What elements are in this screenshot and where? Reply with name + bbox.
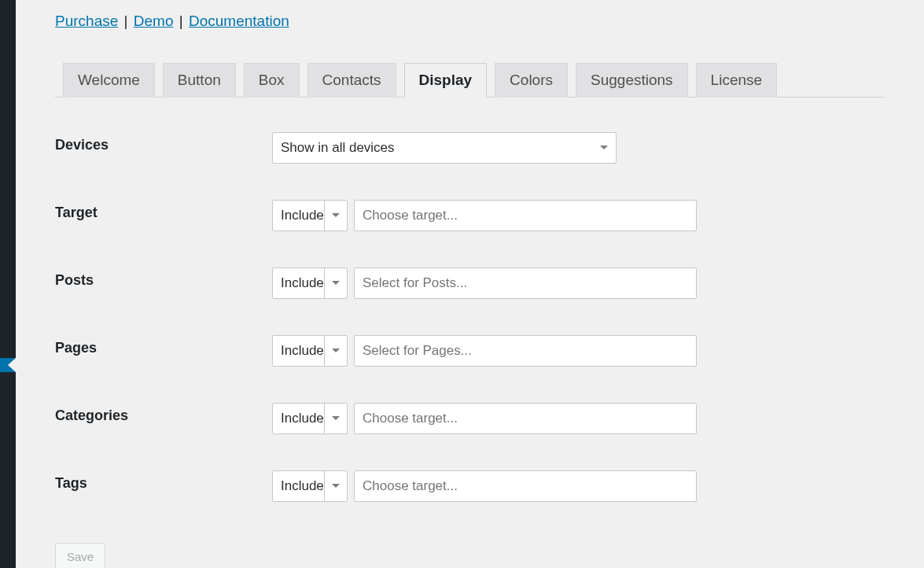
- tab-display[interactable]: Display: [404, 63, 488, 98]
- row-target: Target Include: [55, 200, 885, 231]
- pages-input[interactable]: [354, 335, 697, 367]
- devices-select[interactable]: Show in all devices: [272, 132, 617, 164]
- pages-include-value: Include: [281, 343, 324, 359]
- tags-include-select[interactable]: Include: [272, 470, 348, 502]
- pages-include-select[interactable]: Include: [272, 335, 348, 367]
- row-devices: Devices Show in all devices: [55, 132, 885, 164]
- chevron-down-icon: [324, 268, 347, 298]
- target-include-select[interactable]: Include: [272, 200, 348, 231]
- tab-suggestions[interactable]: Suggestions: [576, 63, 688, 98]
- categories-include-value: Include: [281, 411, 324, 426]
- admin-sidebar: [0, 0, 16, 568]
- purchase-link[interactable]: Purchase: [55, 13, 118, 29]
- posts-input[interactable]: [354, 267, 697, 299]
- chevron-down-icon: [592, 133, 616, 163]
- chevron-down-icon: [324, 471, 347, 501]
- devices-label: Devices: [55, 132, 272, 153]
- row-tags: Tags Include: [55, 470, 885, 502]
- separator: |: [118, 13, 134, 29]
- tab-button[interactable]: Button: [163, 63, 236, 98]
- tab-bar: Welcome Button Box Contacts Display Colo…: [55, 62, 885, 98]
- tab-welcome[interactable]: Welcome: [63, 63, 155, 98]
- content-area: Purchase | Demo | Documentation Welcome …: [16, 0, 924, 568]
- documentation-link[interactable]: Documentation: [189, 13, 289, 29]
- row-categories: Categories Include: [55, 403, 885, 434]
- tags-label: Tags: [55, 470, 272, 492]
- chevron-down-icon: [324, 201, 347, 231]
- demo-link[interactable]: Demo: [134, 13, 174, 29]
- target-include-value: Include: [281, 208, 324, 223]
- devices-select-value: Show in all devices: [281, 140, 395, 156]
- tags-input[interactable]: [354, 470, 697, 502]
- save-button[interactable]: Save: [55, 543, 105, 568]
- row-pages: Pages Include: [55, 335, 885, 367]
- tags-include-value: Include: [281, 478, 324, 494]
- categories-label: Categories: [55, 403, 272, 424]
- tab-license[interactable]: License: [696, 63, 778, 98]
- collapse-menu-caret-icon[interactable]: [8, 358, 16, 372]
- posts-include-select[interactable]: Include: [272, 267, 348, 299]
- categories-include-select[interactable]: Include: [272, 403, 348, 434]
- tab-box[interactable]: Box: [244, 63, 300, 98]
- tab-colors[interactable]: Colors: [495, 63, 568, 98]
- pages-label: Pages: [55, 335, 272, 356]
- row-posts: Posts Include: [55, 267, 885, 299]
- target-label: Target: [55, 200, 272, 221]
- separator: |: [173, 13, 189, 29]
- top-links: Purchase | Demo | Documentation: [55, 11, 885, 32]
- chevron-down-icon: [324, 336, 347, 366]
- target-input[interactable]: [354, 200, 697, 231]
- display-settings-form: Devices Show in all devices Target Inclu…: [55, 132, 885, 568]
- posts-label: Posts: [55, 267, 272, 289]
- tab-contacts[interactable]: Contacts: [307, 63, 396, 98]
- categories-input[interactable]: [354, 403, 697, 434]
- posts-include-value: Include: [281, 275, 324, 291]
- chevron-down-icon: [324, 404, 347, 433]
